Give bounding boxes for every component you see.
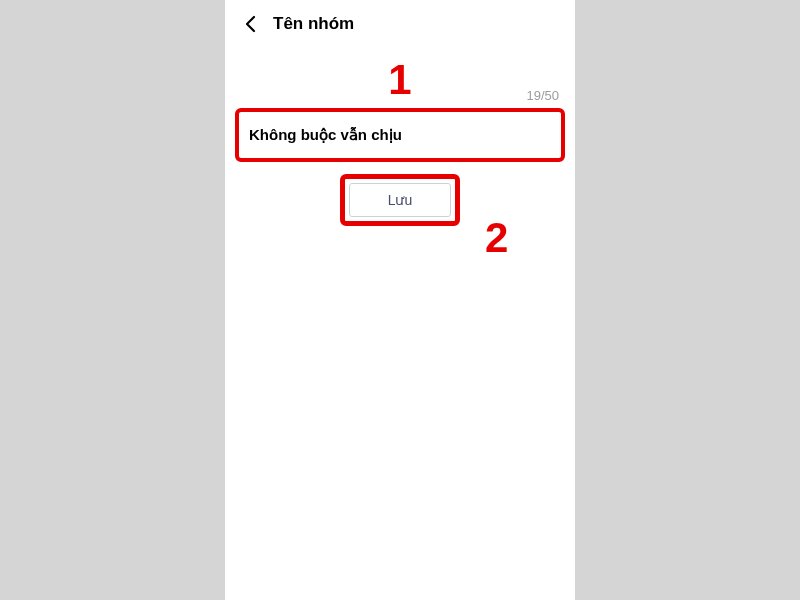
save-button-highlight: Lưu [340, 174, 460, 226]
group-name-input[interactable] [249, 127, 551, 144]
char-counter: 19/50 [526, 88, 559, 103]
page-title: Tên nhóm [273, 14, 354, 34]
back-icon[interactable] [241, 15, 259, 33]
annotation-step-1: 1 [388, 56, 411, 104]
save-button[interactable]: Lưu [349, 183, 451, 217]
annotation-step-2: 2 [485, 214, 508, 262]
group-name-input-highlight [235, 108, 565, 162]
phone-screen: Tên nhóm 1 19/50 Lưu 2 [225, 0, 575, 600]
header-bar: Tên nhóm [225, 0, 575, 48]
